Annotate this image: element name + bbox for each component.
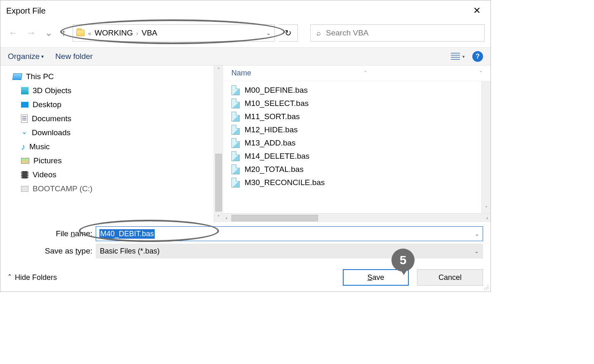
filename-row: File name: M40_DEBIT.bas ⌄ — [0, 222, 490, 241]
cube-icon — [21, 87, 28, 94]
forward-button[interactable]: → — [24, 27, 38, 39]
sort-indicator-icon: ˄ — [364, 70, 367, 76]
type-value: Basic Files (*.bas) — [100, 247, 160, 256]
file-row[interactable]: M11_SORT.bas — [231, 110, 481, 123]
recent-dropdown[interactable]: ⌄ — [42, 27, 55, 39]
search-icon: ⌕ — [316, 29, 321, 38]
filename-dropdown-icon[interactable]: ⌄ — [475, 231, 479, 237]
tree-music[interactable]: ♪ Music — [13, 140, 214, 154]
close-button[interactable]: ✕ — [469, 4, 485, 18]
nav-tree: This PC 3D Objects Desktop Documents — [0, 66, 223, 222]
export-file-dialog: Export File ✕ ← → ⌄ ↑ « WORKING › VBA ⌄ … — [0, 0, 491, 292]
column-name[interactable]: Name — [231, 69, 251, 77]
tree-pictures[interactable]: Pictures — [13, 154, 214, 168]
view-options[interactable]: ▾ — [451, 53, 465, 60]
view-icon — [451, 53, 460, 60]
desktop-icon — [21, 102, 28, 108]
save-button[interactable]: Save — [343, 269, 409, 286]
file-list: M00_DEFINE.bas M10_SELECT.bas M11_SORT.b… — [223, 81, 481, 213]
file-row[interactable]: M12_HIDE.bas — [231, 123, 481, 136]
tree-downloads[interactable]: Downloads — [13, 126, 214, 140]
content-area: This PC 3D Objects Desktop Documents — [0, 66, 490, 222]
tree-videos[interactable]: Videos — [13, 168, 214, 182]
type-select[interactable]: Basic Files (*.bas) ⌄ — [96, 244, 483, 258]
address-bar[interactable]: « WORKING › VBA ⌄ — [73, 24, 275, 42]
scroll-thumb[interactable] — [215, 154, 222, 211]
breadcrumb-prefix: « — [88, 30, 91, 37]
organize-menu[interactable]: Organize▾ — [8, 52, 44, 61]
scroll-down-icon[interactable]: ˅ — [485, 204, 488, 213]
annotation-step-badge: 5 — [391, 249, 415, 272]
search-box[interactable]: ⌕ Search VBA — [310, 24, 485, 42]
filename-label: File name: — [8, 229, 92, 238]
type-dropdown-icon[interactable]: ⌄ — [474, 248, 479, 254]
file-row[interactable]: M10_SELECT.bas — [231, 97, 481, 110]
nav-row: ← → ⌄ ↑ « WORKING › VBA ⌄ ↻ ⌕ Search VBA — [0, 22, 490, 47]
filename-input[interactable]: M40_DEBIT.bas ⌄ — [96, 226, 483, 241]
file-vscrollbar[interactable]: ˅ — [481, 81, 490, 213]
up-button[interactable]: ↑ — [59, 27, 68, 39]
scroll-thumb[interactable] — [231, 215, 318, 221]
search-placeholder: Search VBA — [326, 28, 369, 38]
help-button[interactable]: ? — [472, 51, 483, 62]
tree-this-pc[interactable]: This PC — [13, 70, 214, 84]
chevron-up-icon: ˄ — [8, 273, 12, 282]
bas-file-icon — [231, 178, 240, 188]
scroll-up-icon[interactable]: ˄ — [480, 70, 482, 76]
bas-file-icon — [231, 125, 240, 135]
bas-file-icon — [231, 85, 240, 95]
file-row[interactable]: M13_ADD.bas — [231, 136, 481, 150]
file-row[interactable]: M20_TOTAL.bas — [231, 163, 481, 176]
tree-3d-objects[interactable]: 3D Objects — [13, 84, 214, 98]
download-icon — [21, 129, 28, 136]
bas-file-icon — [231, 112, 240, 122]
titlebar: Export File ✕ — [0, 0, 490, 22]
address-dropdown[interactable]: ⌄ — [266, 30, 271, 36]
folder-icon — [76, 30, 85, 36]
scroll-down-icon[interactable]: ˅ — [217, 213, 220, 222]
pictures-icon — [21, 158, 29, 164]
hide-folders-toggle[interactable]: ˄ Hide Folders — [8, 273, 57, 282]
file-pane: Name ˄ ˄ M00_DEFINE.bas M10_SELECT.bas M… — [223, 66, 490, 222]
bas-file-icon — [231, 138, 240, 148]
tree-documents[interactable]: Documents — [13, 112, 214, 126]
pc-icon — [12, 73, 22, 80]
tree-scrollbar[interactable]: ˄ ˅ — [214, 66, 223, 222]
scroll-up-icon[interactable]: ˄ — [217, 66, 220, 75]
toolbar: Organize▾ New folder ▾ ? — [0, 47, 490, 66]
back-button[interactable]: ← — [6, 27, 20, 39]
breadcrumb-parent[interactable]: WORKING — [94, 28, 133, 38]
file-row[interactable]: M14_DELETE.bas — [231, 150, 481, 163]
tree-drive-c[interactable]: BOOTCAMP (C:) — [13, 182, 214, 196]
videos-icon — [21, 171, 28, 178]
refresh-button[interactable]: ↻ — [279, 24, 298, 42]
scroll-right-icon[interactable]: › — [484, 215, 490, 221]
tree-desktop[interactable]: Desktop — [13, 98, 214, 112]
resize-grip[interactable] — [483, 284, 489, 290]
dialog-title: Export File — [6, 6, 46, 16]
bas-file-icon — [231, 99, 240, 108]
breadcrumb-current[interactable]: VBA — [141, 28, 157, 38]
new-folder-button[interactable]: New folder — [55, 52, 93, 61]
cancel-button[interactable]: Cancel — [417, 269, 483, 286]
document-icon — [21, 115, 28, 123]
bas-file-icon — [231, 151, 240, 161]
file-header[interactable]: Name ˄ ˄ — [223, 66, 490, 81]
file-row[interactable]: M30_RECONCILE.bas — [231, 176, 481, 189]
file-row[interactable]: M00_DEFINE.bas — [231, 84, 481, 97]
bottom-bar: ˄ Hide Folders Save Cancel 5 — [0, 258, 490, 291]
filename-value: M40_DEBIT.bas — [99, 229, 155, 239]
scroll-left-icon[interactable]: ‹ — [223, 215, 230, 221]
drive-icon — [21, 186, 28, 192]
type-label: Save as type: — [8, 247, 92, 256]
type-row: Save as type: Basic Files (*.bas) ⌄ — [0, 241, 490, 258]
music-icon: ♪ — [21, 143, 25, 151]
bas-file-icon — [231, 164, 240, 174]
chevron-right-icon: › — [136, 30, 138, 37]
file-hscrollbar[interactable]: ‹ › — [223, 213, 490, 222]
